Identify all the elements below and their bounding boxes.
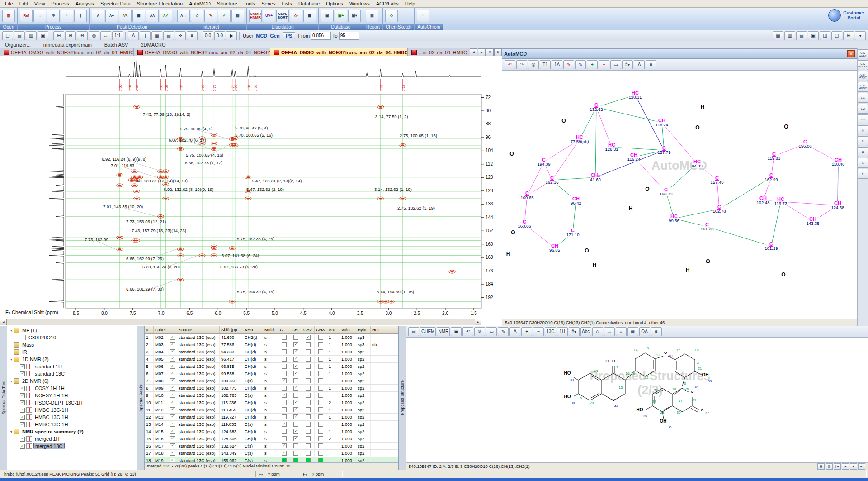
menu-analysis[interactable]: Analysis — [72, 0, 97, 7]
tree-item-standard-13c-6[interactable]: ✓standard 13C — [7, 370, 137, 377]
bond-1-1-toggle[interactable]: 1-1 — [858, 93, 868, 103]
menu-structure[interactable]: Structure — [214, 0, 241, 7]
multiplicity-checkbox[interactable] — [282, 436, 287, 441]
arrow-icon[interactable]: → — [604, 327, 615, 336]
row-checkbox[interactable]: ✓ — [170, 458, 175, 462]
multiplicity-checkbox[interactable] — [318, 349, 323, 354]
tree-item-2d-nmr-6-7[interactable]: ▾2D NMR (6) — [7, 377, 137, 385]
tree-item-merged-1h-15[interactable]: ✓merged 1H — [7, 435, 137, 443]
row-checkbox[interactable]: ✓ — [170, 342, 175, 347]
draw-icon[interactable]: ✎ — [498, 327, 509, 336]
multiplicity-checkbox[interactable] — [282, 349, 287, 354]
row-checkbox[interactable]: ✓ — [170, 429, 175, 434]
lasso-icon[interactable]: ○ — [616, 327, 627, 336]
resize-icon[interactable]: ↔ — [33, 10, 46, 22]
automcd-canvas[interactable]: AutoMCD HC128.31C132.62CH116.24HC77.59(o… — [502, 71, 857, 319]
cascade-icon[interactable]: ▥ — [826, 463, 833, 470]
frame-icon[interactable]: ▭ — [610, 60, 621, 69]
multiplicity-checkbox[interactable]: ✓ — [293, 414, 298, 419]
zoom-out-icon[interactable]: ⊖ — [77, 31, 88, 40]
multiplicity-checkbox[interactable]: ✓ — [293, 371, 298, 376]
grid-view-icon[interactable]: ▦ — [151, 31, 162, 40]
menu-automcd[interactable]: AutoMCD — [186, 0, 214, 7]
label-a-button[interactable]: A — [634, 60, 645, 69]
mcd-atom-15[interactable]: HC94.33 — [692, 159, 703, 168]
multiplicity-checkbox[interactable] — [306, 458, 311, 462]
multiplicity-checkbox[interactable] — [306, 371, 311, 376]
spectral-peaks-tab[interactable]: Spectral Peaks — [137, 326, 145, 470]
one-to-one-icon[interactable]: 1:1 — [112, 31, 123, 40]
menu-database[interactable]: Database — [295, 0, 323, 7]
plus-icon[interactable]: + — [521, 327, 532, 336]
multiplicity-checkbox[interactable] — [318, 451, 323, 456]
mcd-atom-28[interactable]: CH124.68 — [831, 201, 844, 210]
copy-icon[interactable]: ▣ — [451, 327, 462, 336]
multiplicity-checkbox[interactable] — [318, 357, 323, 362]
undo-icon[interactable]: ↶ — [462, 327, 473, 336]
multiplicity-checkbox[interactable]: ✓ — [293, 342, 298, 347]
noesy-toggle[interactable]: C-CNOESY — [858, 60, 868, 70]
row-checkbox[interactable]: ✓ — [170, 451, 175, 456]
hash-button[interactable]: #▾ — [569, 327, 580, 336]
gen-label[interactable]: Gen — [270, 33, 279, 38]
table-row-m16[interactable]: 15M16✓standard 13C (esp)128.305CH(d)s✓21… — [145, 435, 398, 443]
automcd-title-bar[interactable]: AutoMCD ✕ — [502, 49, 857, 59]
column-header-multi[interactable]: Multi... — [263, 326, 278, 333]
checkbox-icon[interactable]: ✓ — [20, 422, 25, 427]
mcd-atom-25[interactable]: C162.99 — [764, 173, 778, 182]
tree-item-cosy-1h-1h-8[interactable]: ✓COSY 1H-1H — [7, 385, 137, 392]
multiplicity-checkbox[interactable] — [282, 364, 287, 369]
multiplicity-checkbox[interactable] — [318, 407, 323, 412]
peak-pick-icon[interactable]: Λ — [92, 10, 104, 22]
mcd-atom-13[interactable]: C171.10 — [566, 228, 579, 237]
peak-add-icon[interactable]: Λ+ — [105, 10, 118, 22]
zoom-region-icon[interactable]: ⊞ — [53, 31, 64, 40]
multiplicity-checkbox[interactable] — [282, 414, 287, 419]
mcd-atom-16[interactable]: C166.73 — [659, 187, 672, 196]
multiplicity-checkbox[interactable]: ✓ — [282, 378, 287, 383]
mcd-atom-9[interactable]: CH₂41.60 — [590, 173, 601, 182]
multiplicity-checkbox[interactable] — [306, 414, 311, 419]
checkbox-icon[interactable]: ✓ — [20, 400, 25, 405]
menu-drop-icon[interactable]: ▾ — [855, 31, 866, 40]
toolbar-button-organizer[interactable]: Organizer... — [2, 42, 34, 48]
mcd-atom-27[interactable]: HC119.73 — [774, 197, 787, 206]
open-icon[interactable]: ▤ — [14, 31, 25, 40]
gen-sort-icon[interactable]: GEN,SORT — [276, 10, 289, 22]
to-input[interactable] — [339, 32, 359, 40]
tree-item-hmbc-13c-1h-12[interactable]: ✓HMBC 13C-1H — [7, 414, 137, 421]
layout-1-icon[interactable]: ▦ — [773, 31, 783, 40]
macro-run-icon[interactable]: ▶ — [226, 31, 237, 40]
tree-item-hsqc-dept-13c-1h-10[interactable]: ✓HSQC-DEPT 13C-1H — [7, 399, 137, 406]
table-row-m13[interactable]: 12M13✓standard 13C (esp)119.727CH(d)s✓11… — [145, 414, 398, 421]
open-spectrum-icon[interactable]: ▥ — [2, 10, 15, 22]
multiplicity-checkbox[interactable] — [306, 349, 311, 354]
table-row-m06[interactable]: 5M06✓standard 13C (esp)96.855CH(d)s✓11.0… — [145, 363, 398, 370]
row-checkbox[interactable]: ✓ — [170, 364, 175, 369]
multiplet-icon[interactable]: ΛΛ — [146, 10, 159, 22]
proposed-structure-tab[interactable]: Proposed Structure — [399, 326, 406, 470]
multiplicity-checkbox[interactable] — [282, 386, 287, 391]
peak-table-icon[interactable]: ▦ — [132, 10, 145, 22]
multiplicity-checkbox[interactable] — [282, 400, 287, 405]
structure-link-icon[interactable]: ◇ — [191, 10, 203, 22]
zoom-tool-icon[interactable]: ◎ — [89, 31, 99, 40]
checkbox-icon[interactable]: ✓ — [20, 393, 25, 398]
layout-4-icon[interactable]: ▣ — [808, 31, 819, 40]
menu-edit[interactable]: Edit — [16, 0, 31, 7]
menu-process[interactable]: Process — [48, 0, 72, 7]
stack-icon[interactable]: ≡ — [187, 31, 198, 40]
cnmr-hnmr-icon[interactable]: CNMRHNMR — [249, 10, 262, 22]
multiplicity-checkbox[interactable]: ✓ — [293, 407, 298, 412]
expand-icon[interactable]: ▾ — [9, 379, 14, 383]
more-icon[interactable]: ≡ — [651, 327, 662, 336]
column-header-label[interactable]: Label — [154, 326, 168, 333]
structure-canvas[interactable]: Proposed Structures(2/3) O31HO33HO38O32O… — [406, 338, 868, 462]
column-header-volu[interactable]: Volu... — [340, 326, 356, 333]
table-row-m07[interactable]: 6M07✓standard 13C (esp)99.558CH(d)s✓11.0… — [145, 370, 398, 377]
menu-spectral-data[interactable]: Spectral Data — [97, 0, 134, 7]
mcd-atom-0[interactable]: HC128.31 — [628, 90, 642, 100]
mcd-atom-5[interactable]: CH116.24 — [627, 152, 640, 162]
multiplicity-checkbox[interactable] — [282, 335, 287, 340]
mcd-atom-11[interactable]: CH96.42 — [571, 196, 581, 205]
